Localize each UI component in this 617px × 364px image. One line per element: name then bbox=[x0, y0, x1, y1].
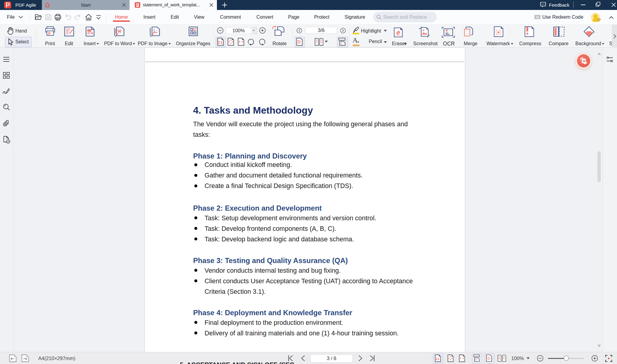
svg-text:1:1: 1:1 bbox=[435, 357, 440, 361]
svg-text:1:1: 1:1 bbox=[218, 40, 223, 45]
svg-text:a: a bbox=[357, 39, 359, 44]
